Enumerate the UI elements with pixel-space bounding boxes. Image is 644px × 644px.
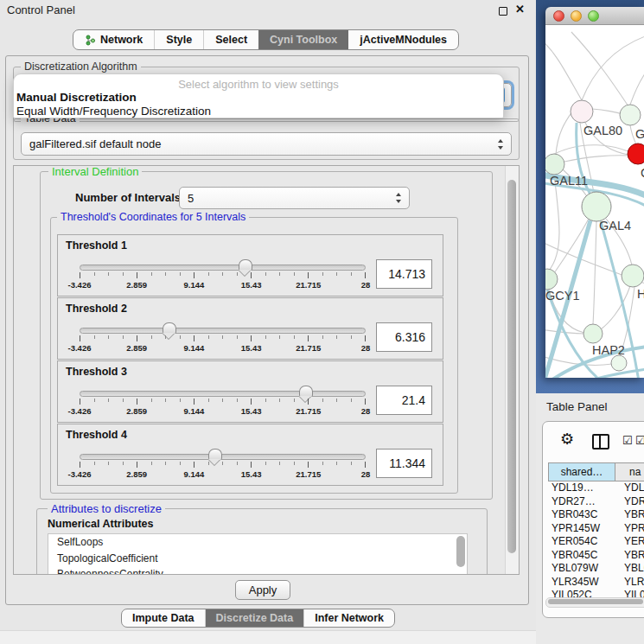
node-label-c: C [641,166,644,180]
table-scrollbar-thumb[interactable] [548,599,643,604]
tab-label: Cyni Toolbox [270,30,337,49]
threshold-slider[interactable]: -3.4262.8599.14415.4321.71528 [80,324,366,357]
scale-tick-label: 21.715 [296,280,321,290]
node-gal11[interactable] [545,154,564,175]
numerical-attributes-list[interactable]: SelfLoopsTopologicalCoefficientBetweenne… [48,533,468,575]
slider-thumb[interactable] [239,259,252,271]
slider-track[interactable] [80,328,366,334]
attribute-list-item[interactable]: SelfLoops [48,534,467,551]
split-columns-icon[interactable] [592,434,609,450]
threshold-slider[interactable]: -3.4262.8599.14415.4321.71528 [80,387,366,420]
float-window-icon[interactable] [499,7,507,16]
node-hap2[interactable] [583,324,603,343]
network-graph[interactable]: GAL80 G. C GAL11 GAL4 GCY1 H HAP2 [545,25,644,378]
node-gcy1[interactable] [545,269,558,290]
slider-track[interactable] [80,391,366,397]
tick-mark [322,335,323,339]
table-row[interactable]: YDL19…YDL1 [548,481,644,495]
gear-icon[interactable]: ⚙ [560,430,574,448]
node-h[interactable] [622,265,644,287]
table-data-combobox[interactable]: galFiltered.sif default node [21,132,512,156]
tab-impute-data[interactable]: Impute Data [122,609,205,627]
tab-select[interactable]: Select [203,30,258,49]
tab-discretize-data[interactable]: Discretize Data [205,609,304,627]
algorithm-dropdown-popup: Select algorithm to view settings Manual… [13,73,504,118]
tab-style[interactable]: Style [154,30,203,49]
network-window-titlebar[interactable] [545,7,644,25]
tab-jactivemnodules[interactable]: jActiveMNodules [348,30,458,49]
network-canvas[interactable]: GAL80 G. C GAL11 GAL4 GCY1 H HAP2 [545,25,644,378]
slider-thumb[interactable] [163,322,176,334]
node-bottom-small[interactable] [611,355,627,371]
threshold-value-field[interactable]: 14.713 [376,259,432,289]
node-gal4[interactable] [582,192,611,221]
dropdown-option-manual[interactable]: Manual Discretization [14,91,503,105]
list-scrollbar-thumb[interactable] [456,536,465,567]
scale-tick-label: 2.859 [126,343,147,353]
minimize-traffic-light-icon[interactable] [571,10,582,22]
node-label-gal4: GAL4 [599,219,631,233]
threshold-value-field[interactable]: 11.344 [376,449,432,478]
threshold-slider[interactable]: -3.4262.8599.14415.4321.71528 [80,450,366,483]
close-window-icon[interactable]: ✕ [515,3,525,16]
node-top-right[interactable] [620,105,641,125]
dropdown-prompt: Select algorithm to view settings [14,78,503,91]
network-icon [85,35,96,46]
attribute-list-item[interactable]: BetweennessCentrality [48,566,467,575]
threshold-slider[interactable]: -3.4262.8599.14415.4321.71528 [80,261,366,294]
apply-button[interactable]: Apply [235,580,290,600]
combobox-value: galFiltered.sif default node [29,133,161,155]
tick-mark [165,462,166,465]
tick-mark [279,399,280,402]
tick-mark [137,335,137,341]
slider-thumb[interactable] [208,449,222,460]
tick-mark [151,399,152,402]
node-gal80[interactable] [571,100,593,123]
table-row[interactable]: YBR045CYBR0 [548,549,644,563]
number-of-intervals-combobox[interactable]: 5 [179,187,410,209]
stepper-icon[interactable] [497,139,505,150]
node-table-card: ⚙ ☑ ☑ shared… na YDL19…YDL1YDR27…YDR2YBR… [542,421,644,618]
tick-mark [365,399,366,405]
attributes-group: Attributes to discretize Numerical Attri… [36,508,488,575]
node-red-selected[interactable] [628,143,644,164]
node-table: shared… na YDL19…YDL1YDR27…YDR2YBR043CYB… [548,462,644,603]
checkbox-icon[interactable]: ☑ [622,434,633,447]
table-row[interactable]: YLR345WYLR3 [548,576,644,590]
dropdown-option-equal-width[interactable]: Equal Width/Frequency Discretization [14,105,503,118]
tab-infer-network[interactable]: Infer Network [303,609,394,627]
tab-cyni-toolbox[interactable]: Cyni Toolbox [258,30,348,49]
threshold-label: Threshold 3 [66,366,127,378]
slider-track[interactable] [80,265,366,271]
threshold-value-field[interactable]: 6.316 [376,322,432,352]
zoom-traffic-light-icon[interactable] [588,10,599,22]
checkbox-icon[interactable]: ☑ [635,434,644,447]
table-horizontal-scrollbar[interactable] [545,597,644,608]
slider-track[interactable] [80,454,366,460]
table-cell-name: YDL1 [618,481,644,495]
table-row[interactable]: YER054CYER0 [548,535,644,549]
table-row[interactable]: YPR145WYPR1 [548,522,644,536]
tick-mark [265,399,266,402]
close-traffic-light-icon[interactable] [553,10,564,22]
stepper-icon[interactable] [395,193,403,203]
tab-network[interactable]: Network [73,30,154,49]
tick-mark [222,399,223,402]
table-row[interactable]: YBL079WYBL0 [548,562,644,576]
column-header-name[interactable]: na [615,463,644,481]
tick-mark [208,335,209,339]
panel-scrollbar[interactable] [505,166,519,574]
tick-mark [322,399,323,402]
column-header-shared-name[interactable]: shared… [549,463,615,481]
table-cell-name: YLR3 [618,576,644,590]
slider-ticks [80,399,366,405]
cyni-toolbox-panel: Discretization Algorithm Select algorith… [5,55,529,605]
table-row[interactable]: YDR27…YDR2 [548,495,644,509]
table-row[interactable]: YBR043CYBR0 [548,508,644,522]
slider-thumb[interactable] [299,386,313,397]
tick-mark [251,272,252,278]
threshold-value-field[interactable]: 21.4 [376,386,432,415]
scale-tick-label: 21.715 [296,406,321,416]
attribute-list-item[interactable]: TopologicalCoefficient [48,551,467,567]
panel-scrollbar-thumb[interactable] [507,180,516,553]
